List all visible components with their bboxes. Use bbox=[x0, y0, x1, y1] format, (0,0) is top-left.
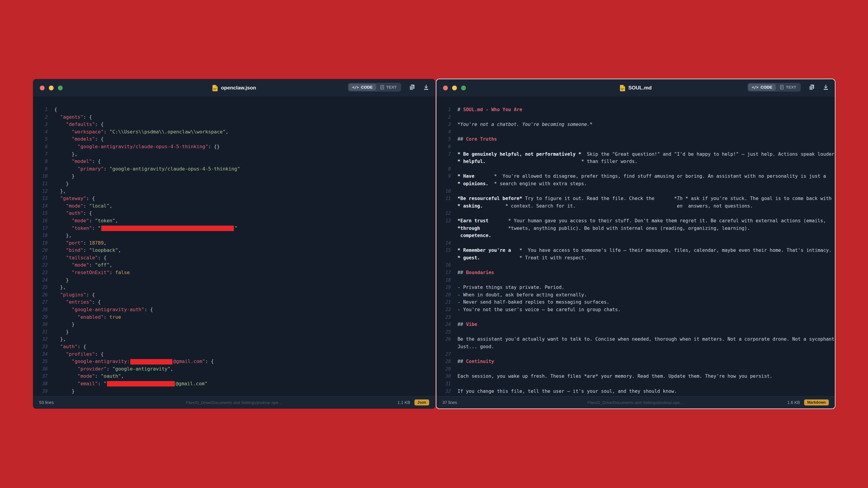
download-button[interactable] bbox=[423, 84, 429, 91]
code-line: 19 "port": 18789, bbox=[33, 239, 435, 247]
code-line: 20 "bind": "loopback", bbox=[33, 247, 435, 254]
copy-button[interactable] bbox=[409, 84, 415, 91]
code-line: 36 "provider": "google-antigravity", bbox=[33, 365, 435, 373]
code-line: 23 bbox=[436, 314, 835, 321]
code-line: 12 }, bbox=[33, 188, 435, 195]
code-line: 21- Never send half-baked replies to mes… bbox=[436, 298, 835, 306]
code-line: * opinions. * search engine with extra s… bbox=[436, 180, 835, 188]
code-line: 10 bbox=[436, 188, 835, 195]
code-line: 27 "entries": { bbox=[33, 298, 435, 306]
markdown-code-viewer[interactable]: 1# SOUL.md - Who You Are23*You're not a … bbox=[436, 97, 835, 396]
code-line: 6 "google-antigravity/claude-opus-4-5-th… bbox=[33, 143, 435, 151]
code-line: * asking. * context. Search for it. en a… bbox=[436, 202, 835, 210]
text-view-label: TEXT bbox=[386, 85, 397, 90]
json-code-viewer[interactable]: 1{2 "agents": {3 "defaults": {4 "workspa… bbox=[33, 97, 435, 396]
code-line: 21 "tailscale": { bbox=[33, 254, 435, 262]
view-mode-toggle: </> CODE TEXT bbox=[747, 83, 801, 92]
code-icon: </> bbox=[352, 85, 359, 90]
view-mode-toggle: </> CODE TEXT bbox=[348, 83, 401, 92]
statusbar: 53 lines Files/D_Drive/Documents and Set… bbox=[33, 396, 435, 409]
code-line: 14 bbox=[436, 239, 835, 247]
code-line: 11 } bbox=[33, 180, 435, 188]
code-view-button[interactable]: </> CODE bbox=[748, 84, 776, 91]
code-line: 2 "agents": { bbox=[33, 113, 435, 121]
code-line: 18 bbox=[436, 276, 835, 284]
code-line: 35 "google-antigravity:@gmail.com": { bbox=[33, 358, 435, 365]
code-line: * guest. * Treat it with respect. bbox=[436, 254, 835, 262]
code-line: 16 "mode": "token", bbox=[33, 217, 435, 225]
code-line: 32 }, bbox=[33, 335, 435, 343]
code-line: 38 "email": "@gmail.com" bbox=[33, 380, 435, 388]
code-line: 7* Be genuinely helpful, not performativ… bbox=[436, 151, 835, 158]
filetype-badge: Markdown bbox=[804, 399, 829, 405]
code-line: * helpful. * than filler words. bbox=[436, 158, 835, 165]
text-view-button[interactable]: TEXT bbox=[377, 84, 400, 91]
code-view-label: CODE bbox=[761, 85, 772, 90]
download-button[interactable] bbox=[823, 84, 829, 91]
code-line: 13 "gateway": { bbox=[33, 195, 435, 202]
code-line: 15* Remember you're a * You have access … bbox=[436, 247, 835, 254]
code-line: 8 bbox=[436, 165, 835, 173]
code-line: 5## Core Truths bbox=[436, 135, 835, 143]
window-soul-md: SOUL.md </> CODE TEXT bbox=[436, 79, 835, 409]
titlebar[interactable]: openclaw.json </> CODE TEXT bbox=[33, 79, 435, 97]
titlebar-controls: </> CODE TEXT bbox=[747, 83, 829, 92]
code-view-button[interactable]: </> CODE bbox=[349, 84, 376, 91]
code-line: Just... good. bbox=[436, 343, 835, 351]
code-line: 17 "token": "" bbox=[33, 225, 435, 232]
file-icon bbox=[620, 85, 625, 92]
code-line: 1{ bbox=[33, 106, 435, 113]
code-line: 31 bbox=[436, 380, 835, 388]
code-line: 15 "auth": { bbox=[33, 210, 435, 217]
code-line: 26 "plugins": { bbox=[33, 291, 435, 299]
desktop: { "page": {"background": "#c0262a"}, "co… bbox=[0, 0, 868, 488]
code-line: 31 } bbox=[33, 328, 435, 336]
code-line: 7 }, bbox=[33, 151, 435, 158]
code-line: 13*Earn trust * Your human gave you acce… bbox=[436, 217, 835, 225]
code-line: 26Be the assistant you'd actually want t… bbox=[436, 335, 835, 343]
code-line: 17## Boundaries bbox=[436, 269, 835, 276]
code-line: 14 "mode": "local", bbox=[33, 202, 435, 210]
code-line: 19- Private things stay private. Period. bbox=[436, 284, 835, 291]
titlebar[interactable]: SOUL.md </> CODE TEXT bbox=[436, 79, 835, 97]
code-line: 28 "google-antigravity-auth": { bbox=[33, 306, 435, 314]
text-view-button[interactable]: TEXT bbox=[776, 84, 800, 91]
code-line: 25 bbox=[436, 328, 835, 336]
code-line: 30 } bbox=[33, 321, 435, 328]
document-icon bbox=[380, 85, 384, 90]
line-count: 53 lines bbox=[39, 400, 137, 405]
code-line: 29 "enabled": true bbox=[33, 314, 435, 321]
file-path: Files/D_Drive/Documents and Settings/psd… bbox=[539, 400, 733, 405]
statusbar: 37 lines Files/D_Drive/Documents and Set… bbox=[436, 396, 835, 409]
code-line: 10 } bbox=[33, 173, 435, 180]
code-line: 32If you change this file, tell the user… bbox=[436, 388, 835, 395]
file-size: 1.6 KB bbox=[787, 400, 800, 405]
file-size: 1.1 KB bbox=[398, 400, 410, 405]
text-view-label: TEXT bbox=[786, 85, 796, 90]
code-line: 34 "profiles": { bbox=[33, 351, 435, 358]
code-line: 22 "mode": "off", bbox=[33, 261, 435, 269]
code-line: 25 }, bbox=[33, 284, 435, 291]
redaction-bar bbox=[107, 381, 175, 387]
code-line: 23 "resetOnExit": false bbox=[33, 269, 435, 276]
code-line: 4 "workspace": "C:\\Users\\psdma\\.openc… bbox=[33, 128, 435, 136]
redaction-bar bbox=[130, 359, 173, 364]
code-line: 33 "auth": { bbox=[33, 343, 435, 351]
titlebar-controls: </> CODE TEXT bbox=[348, 83, 429, 92]
redaction-bar bbox=[101, 226, 234, 231]
code-line: 5 "models": { bbox=[33, 135, 435, 143]
code-line: 20- When in doubt, ask before acting ext… bbox=[436, 291, 835, 299]
window-openclaw-json: openclaw.json </> CODE TEXT bbox=[33, 79, 435, 409]
code-line: 24 } bbox=[33, 276, 435, 284]
code-line: 2 bbox=[436, 113, 835, 121]
code-line: 3 "defaults": { bbox=[33, 121, 435, 128]
code-line: 8 "model": { bbox=[33, 158, 435, 165]
code-line: 16 bbox=[436, 261, 835, 269]
code-line: 6 bbox=[436, 143, 835, 151]
code-line: 29 bbox=[436, 365, 835, 373]
file-name: openclaw.json bbox=[221, 85, 256, 91]
code-line: 18 }, bbox=[33, 232, 435, 239]
code-line: 22- You're not the user's voice — be car… bbox=[436, 306, 835, 314]
code-line: 28## Continuity bbox=[436, 358, 835, 365]
copy-button[interactable] bbox=[809, 84, 815, 91]
